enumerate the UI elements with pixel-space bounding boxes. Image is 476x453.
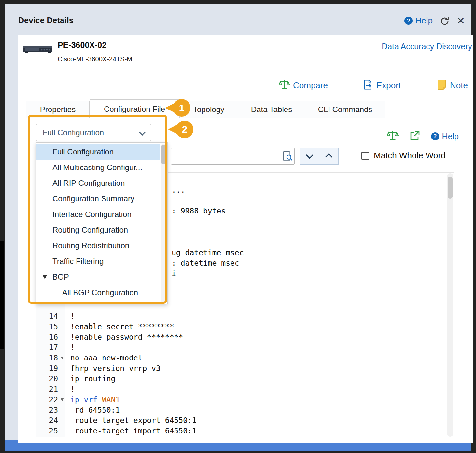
config-scope-dropdown[interactable]: Full Configuration bbox=[36, 124, 151, 141]
line-number: 22 bbox=[36, 395, 58, 404]
code-line: 21! bbox=[36, 384, 454, 394]
annotation-badge-1: 1 bbox=[173, 99, 190, 117]
note-label: Note bbox=[450, 80, 468, 91]
close-icon[interactable]: ✕ bbox=[457, 16, 465, 26]
refresh-icon[interactable] bbox=[440, 16, 450, 26]
code-fragment: i bbox=[172, 269, 176, 278]
data-accuracy-discovery-link[interactable]: Data Accuracy Discovery bbox=[382, 42, 472, 51]
note-button[interactable]: Note bbox=[437, 80, 468, 91]
annotation-badge-2: 2 bbox=[176, 121, 193, 138]
line-number: 17 bbox=[36, 343, 58, 352]
dropdown-item-label: Configuration Summary bbox=[52, 194, 134, 203]
dropdown-item-label: All RIP Configuration bbox=[52, 179, 125, 188]
tab-cli-commands[interactable]: CLI Commands bbox=[305, 101, 385, 118]
code-scrollbar[interactable] bbox=[447, 173, 453, 437]
find-next-button[interactable] bbox=[300, 148, 319, 165]
compare-config-icon[interactable] bbox=[387, 130, 399, 142]
tab-data-tables[interactable]: Data Tables bbox=[238, 101, 305, 118]
code-text: route-target import 64550:1 bbox=[70, 427, 197, 435]
dropdown-item[interactable]: Routing Configuration bbox=[36, 222, 160, 238]
code-fragment: ug datetime msec bbox=[172, 248, 244, 257]
code-text: !enable password ******** bbox=[70, 333, 183, 341]
code-line: 14! bbox=[36, 311, 454, 321]
match-whole-word-checkbox[interactable] bbox=[361, 152, 369, 160]
code-line: 24 route-target export 64550:1 bbox=[36, 415, 454, 426]
find-previous-button[interactable] bbox=[319, 148, 339, 165]
line-number: 15 bbox=[36, 322, 58, 331]
dropdown-item-label: Interface Configuration bbox=[52, 210, 132, 219]
compare-button[interactable]: Compare bbox=[279, 80, 328, 91]
code-line: 25 route-target import 64550:1 bbox=[36, 426, 454, 436]
export-label: Export bbox=[376, 80, 401, 91]
line-number: 19 bbox=[36, 364, 58, 373]
collapse-toggle-icon[interactable] bbox=[58, 398, 66, 401]
code-line: 22ip vrf WAN1 bbox=[36, 394, 454, 405]
code-text: rd 64550:1 bbox=[70, 406, 120, 414]
line-number: 20 bbox=[36, 374, 58, 383]
code-fragment: ... bbox=[172, 186, 185, 194]
dropdown-item-label: BGP bbox=[52, 272, 69, 282]
device-model: Cisco-ME-3600X-24TS-M bbox=[58, 55, 132, 63]
device-details-dialog: Device Details ? Help ✕ bbox=[5, 4, 471, 440]
code-line: 23 rd 64550:1 bbox=[36, 405, 454, 415]
line-number: 16 bbox=[36, 333, 58, 341]
note-icon bbox=[437, 80, 447, 91]
code-line: 17! bbox=[36, 342, 454, 353]
dropdown-item[interactable]: Routing Redistribution bbox=[36, 238, 160, 254]
export-button[interactable]: Export bbox=[363, 80, 401, 91]
code-line: 16!enable password ******** bbox=[36, 332, 454, 342]
compare-label: Compare bbox=[293, 80, 328, 91]
dropdown-item[interactable]: Full Configuration bbox=[36, 144, 160, 160]
panel-help-link[interactable]: ? Help bbox=[431, 132, 459, 141]
dropdown-scrollbar-thumb[interactable] bbox=[161, 145, 166, 164]
line-number: 14 bbox=[36, 312, 58, 320]
code-text: ! bbox=[70, 385, 75, 393]
code-fragment: : datetime msec bbox=[172, 259, 239, 267]
dropdown-item-label: Routing Redistribution bbox=[52, 241, 129, 250]
help-icon: ? bbox=[404, 17, 413, 25]
dropdown-item-label: Full Configuration bbox=[52, 147, 114, 156]
line-number: 24 bbox=[36, 416, 58, 425]
chevron-down-icon bbox=[306, 152, 314, 159]
header-help-link[interactable]: ? Help bbox=[404, 16, 432, 26]
code-line: 18no aaa new-model bbox=[36, 353, 454, 363]
divider bbox=[18, 67, 473, 67]
search-input[interactable] bbox=[171, 148, 295, 165]
compare-scale-icon bbox=[279, 80, 290, 91]
match-whole-word-label: Match Whole Word bbox=[374, 151, 446, 161]
tab-properties[interactable]: Properties bbox=[26, 101, 90, 118]
code-text: ip vrf WAN1 bbox=[70, 395, 120, 404]
help-icon: ? bbox=[431, 132, 439, 140]
open-in-new-icon[interactable] bbox=[410, 130, 420, 142]
dropdown-item[interactable]: All RIP Configuration bbox=[36, 175, 160, 191]
collapse-toggle-icon[interactable] bbox=[58, 357, 66, 359]
code-line: 20ip routing bbox=[36, 373, 454, 384]
code-scrollbar-thumb[interactable] bbox=[448, 177, 453, 199]
dropdown-item[interactable]: All Multicasting Configur... bbox=[36, 160, 160, 175]
code-line: 15!enable secret ******** bbox=[36, 321, 454, 332]
line-number: 21 bbox=[36, 385, 58, 393]
dropdown-item[interactable]: Traffic Filtering bbox=[36, 254, 160, 269]
code-text: route-target export 64550:1 bbox=[70, 416, 197, 425]
dropdown-scrollbar[interactable] bbox=[161, 144, 166, 302]
dropdown-list: Full ConfigurationAll Multicasting Confi… bbox=[36, 142, 168, 304]
device-photo bbox=[23, 42, 53, 58]
code-text: ! bbox=[70, 343, 75, 352]
export-icon bbox=[363, 80, 373, 91]
code-text: ! bbox=[70, 312, 75, 320]
line-number: 23 bbox=[36, 406, 58, 414]
code-lines: 14!15!enable secret ********16!enable pa… bbox=[36, 311, 454, 436]
dropdown-item[interactable]: BGP bbox=[36, 269, 160, 285]
dropdown-item[interactable]: Configuration Summary bbox=[36, 191, 160, 207]
tree-collapse-icon[interactable] bbox=[43, 275, 47, 279]
help-label: Help bbox=[415, 16, 432, 26]
dropdown-item-label: All BGP Configuration bbox=[62, 288, 138, 297]
desktop-edge bbox=[0, 241, 4, 349]
dropdown-item[interactable]: All BGP Configuration bbox=[36, 285, 160, 300]
dropdown-item[interactable]: Interface Configuration bbox=[36, 207, 160, 222]
code-fragment: : 9988 bytes bbox=[172, 207, 226, 215]
dialog-title: Device Details bbox=[18, 16, 74, 25]
line-number: 18 bbox=[36, 354, 58, 362]
configuration-file-panel: Full Configuration bbox=[26, 118, 468, 443]
code-text: fhrp version vrrp v3 bbox=[70, 364, 161, 373]
